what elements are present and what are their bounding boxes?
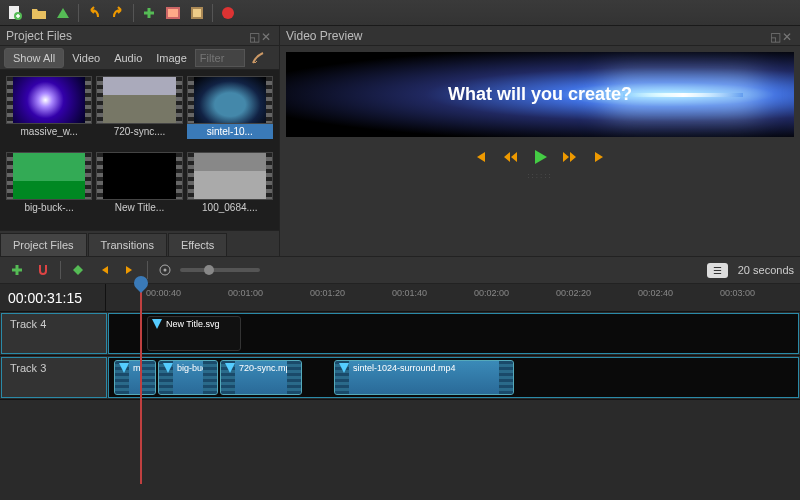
project-thumb[interactable]: New Title... xyxy=(96,152,182,224)
project-thumbnails: massive_w...720-sync....sintel-10...big-… xyxy=(0,70,279,230)
snap-icon[interactable] xyxy=(32,259,54,281)
svg-point-6 xyxy=(222,7,234,19)
ruler-tick: 00:02:40 xyxy=(638,288,673,298)
play-icon[interactable] xyxy=(529,146,551,168)
ruler-tick: 00:00:40 xyxy=(146,288,181,298)
project-files-panel: Project Files ◱ ✕ Show All Video Audio I… xyxy=(0,26,280,256)
image-icon[interactable] xyxy=(162,2,184,24)
svg-point-8 xyxy=(164,269,167,272)
clear-filter-icon[interactable] xyxy=(247,47,269,69)
track-header[interactable]: Track 4 xyxy=(1,313,107,354)
video-preview-panel: Video Preview ◱ ✕ What will you create? … xyxy=(280,26,800,256)
panel-close-icon[interactable]: ✕ xyxy=(782,30,794,42)
project-thumb[interactable]: sintel-10... xyxy=(187,76,273,148)
thumb-label: massive_w... xyxy=(6,124,92,139)
panel-close-icon[interactable]: ✕ xyxy=(261,30,273,42)
image-filter-link[interactable]: Image xyxy=(150,49,193,67)
thumb-label: sintel-10... xyxy=(187,124,273,139)
timeline: 00:00:31:15 00:00:4000:01:0000:01:2000:0… xyxy=(0,284,800,400)
timeline-toolbar: ☰ 20 seconds xyxy=(0,256,800,284)
track-row: Track 3mbig-buck-...720-sync.mp4sintel-1… xyxy=(0,356,800,400)
svg-rect-3 xyxy=(168,9,178,17)
prev-marker-icon[interactable] xyxy=(93,259,115,281)
ruler-tick: 00:02:20 xyxy=(556,288,591,298)
project-thumb[interactable]: 100_0684.... xyxy=(187,152,273,224)
preview-overlay-text: What will you create? xyxy=(448,84,632,105)
center-playhead-icon[interactable] xyxy=(154,259,176,281)
duration-label: 20 seconds xyxy=(738,264,794,276)
redo-icon[interactable] xyxy=(107,2,129,24)
track-body[interactable]: New Title.svg xyxy=(108,313,799,354)
project-thumb[interactable]: massive_w... xyxy=(6,76,92,148)
duration-pill[interactable]: ☰ xyxy=(707,263,728,278)
film-icon[interactable] xyxy=(186,2,208,24)
tab-effects[interactable]: Effects xyxy=(168,233,227,256)
timeline-clip[interactable]: New Title.svg xyxy=(147,316,241,351)
jump-start-icon[interactable] xyxy=(469,146,491,168)
timeline-ruler[interactable]: 00:00:4000:01:0000:01:2000:01:4000:02:00… xyxy=(106,284,800,311)
track-row: Track 4New Title.svg xyxy=(0,312,800,356)
main-toolbar xyxy=(0,0,800,26)
project-files-title: Project Files xyxy=(6,29,72,43)
ruler-tick: 00:01:40 xyxy=(392,288,427,298)
new-file-icon[interactable] xyxy=(4,2,26,24)
zoom-slider[interactable] xyxy=(180,268,260,272)
filter-input[interactable] xyxy=(195,49,245,67)
track-body[interactable]: mbig-buck-...720-sync.mp4sintel-1024-sur… xyxy=(108,357,799,398)
audio-filter-link[interactable]: Audio xyxy=(108,49,148,67)
playhead[interactable] xyxy=(140,284,142,484)
timeline-clip[interactable]: m xyxy=(114,360,156,395)
ruler-tick: 00:02:00 xyxy=(474,288,509,298)
rewind-icon[interactable] xyxy=(499,146,521,168)
jump-end-icon[interactable] xyxy=(589,146,611,168)
preview-viewport[interactable]: What will you create? xyxy=(286,52,794,137)
video-filter-link[interactable]: Video xyxy=(66,49,106,67)
panel-undock-icon[interactable]: ◱ xyxy=(770,30,782,42)
panel-undock-icon[interactable]: ◱ xyxy=(249,30,261,42)
clip-label: sintel-1024-surround.mp4 xyxy=(353,363,456,373)
timeline-clip[interactable]: 720-sync.mp4 xyxy=(220,360,302,395)
undo-icon[interactable] xyxy=(83,2,105,24)
ruler-tick: 00:01:20 xyxy=(310,288,345,298)
playhead-time-display: 00:00:31:15 xyxy=(0,284,106,311)
open-file-icon[interactable] xyxy=(28,2,50,24)
ruler-tick: 00:01:00 xyxy=(228,288,263,298)
save-file-icon[interactable] xyxy=(52,2,74,24)
thumb-label: New Title... xyxy=(96,200,182,215)
add-track-icon[interactable] xyxy=(6,259,28,281)
record-icon[interactable] xyxy=(217,2,239,24)
thumb-label: 100_0684.... xyxy=(187,200,273,215)
fast-forward-icon[interactable] xyxy=(559,146,581,168)
show-all-button[interactable]: Show All xyxy=(4,48,64,68)
thumb-label: 720-sync.... xyxy=(96,124,182,139)
timeline-clip[interactable]: big-buck-... xyxy=(158,360,218,395)
splitter-handle[interactable]: :::::: xyxy=(280,171,800,256)
clip-marker-icon xyxy=(152,319,162,329)
add-item-icon[interactable] xyxy=(138,2,160,24)
project-thumb[interactable]: 720-sync.... xyxy=(96,76,182,148)
marker-add-icon[interactable] xyxy=(67,259,89,281)
ruler-tick: 00:03:00 xyxy=(720,288,755,298)
track-header[interactable]: Track 3 xyxy=(1,357,107,398)
video-preview-title: Video Preview xyxy=(286,29,363,43)
tab-project-files[interactable]: Project Files xyxy=(0,233,87,256)
tab-transitions[interactable]: Transitions xyxy=(88,233,167,256)
svg-rect-5 xyxy=(193,9,201,17)
thumb-label: big-buck-... xyxy=(6,200,92,215)
timeline-clip[interactable]: sintel-1024-surround.mp4 xyxy=(334,360,514,395)
clip-label: New Title.svg xyxy=(166,319,220,329)
project-thumb[interactable]: big-buck-... xyxy=(6,152,92,224)
